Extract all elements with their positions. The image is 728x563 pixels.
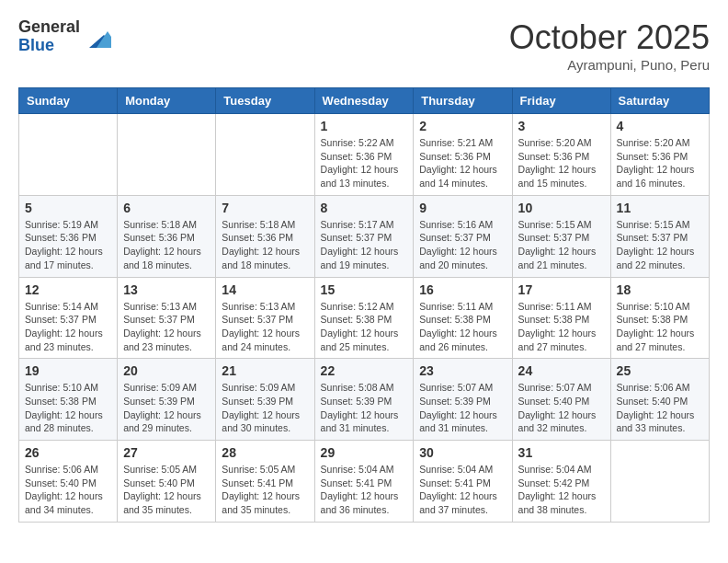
calendar-cell: 26Sunrise: 5:06 AMSunset: 5:40 PMDayligh… — [19, 441, 118, 523]
day-number: 7 — [222, 201, 308, 215]
day-info: Sunrise: 5:08 AMSunset: 5:39 PMDaylight:… — [321, 381, 408, 435]
calendar-cell — [19, 114, 118, 196]
day-number: 3 — [518, 119, 605, 133]
day-info: Sunrise: 5:22 AMSunset: 5:36 PMDaylight:… — [321, 136, 408, 190]
day-info: Sunrise: 5:05 AMSunset: 5:40 PMDaylight:… — [123, 463, 210, 517]
weekday-header: Wednesday — [314, 88, 414, 114]
weekday-header: Thursday — [414, 88, 512, 114]
calendar-cell: 14Sunrise: 5:13 AMSunset: 5:37 PMDayligh… — [216, 277, 314, 359]
calendar-cell: 1Sunrise: 5:22 AMSunset: 5:36 PMDaylight… — [314, 114, 414, 196]
day-info: Sunrise: 5:07 AMSunset: 5:39 PMDaylight:… — [419, 381, 506, 435]
calendar-cell: 3Sunrise: 5:20 AMSunset: 5:36 PMDaylight… — [512, 114, 610, 196]
logo-general: General — [18, 18, 80, 37]
day-info: Sunrise: 5:04 AMSunset: 5:42 PMDaylight:… — [518, 463, 605, 517]
day-number: 11 — [617, 201, 703, 215]
calendar-cell: 15Sunrise: 5:12 AMSunset: 5:38 PMDayligh… — [314, 277, 414, 359]
day-info: Sunrise: 5:11 AMSunset: 5:38 PMDaylight:… — [419, 300, 506, 354]
weekday-header: Sunday — [19, 88, 118, 114]
day-info: Sunrise: 5:10 AMSunset: 5:38 PMDaylight:… — [617, 300, 703, 354]
day-info: Sunrise: 5:04 AMSunset: 5:41 PMDaylight:… — [321, 463, 408, 517]
day-number: 23 — [419, 363, 506, 378]
calendar-cell: 6Sunrise: 5:18 AMSunset: 5:36 PMDaylight… — [118, 195, 216, 277]
calendar-cell: 17Sunrise: 5:11 AMSunset: 5:38 PMDayligh… — [512, 277, 610, 359]
day-info: Sunrise: 5:13 AMSunset: 5:37 PMDaylight:… — [222, 300, 308, 354]
calendar-cell: 19Sunrise: 5:10 AMSunset: 5:38 PMDayligh… — [19, 359, 118, 441]
day-info: Sunrise: 5:15 AMSunset: 5:37 PMDaylight:… — [518, 218, 605, 272]
calendar-cell: 5Sunrise: 5:19 AMSunset: 5:36 PMDaylight… — [19, 195, 118, 277]
day-info: Sunrise: 5:09 AMSunset: 5:39 PMDaylight:… — [222, 381, 308, 435]
calendar-header-row: SundayMondayTuesdayWednesdayThursdayFrid… — [19, 88, 710, 114]
calendar-cell: 22Sunrise: 5:08 AMSunset: 5:39 PMDayligh… — [314, 359, 414, 441]
day-info: Sunrise: 5:19 AMSunset: 5:36 PMDaylight:… — [25, 218, 111, 272]
calendar-cell: 4Sunrise: 5:20 AMSunset: 5:36 PMDaylight… — [610, 114, 709, 196]
calendar-cell: 23Sunrise: 5:07 AMSunset: 5:39 PMDayligh… — [414, 359, 512, 441]
weekday-header: Friday — [512, 88, 610, 114]
calendar-cell: 13Sunrise: 5:13 AMSunset: 5:37 PMDayligh… — [118, 277, 216, 359]
day-number: 5 — [25, 201, 111, 215]
day-number: 31 — [518, 445, 605, 460]
calendar-cell — [610, 441, 709, 523]
day-info: Sunrise: 5:17 AMSunset: 5:37 PMDaylight:… — [321, 218, 408, 272]
calendar-week-row: 12Sunrise: 5:14 AMSunset: 5:37 PMDayligh… — [19, 277, 710, 359]
day-number: 13 — [123, 282, 210, 297]
calendar-cell — [216, 114, 314, 196]
title-area: October 2025 Ayrampuni, Puno, Peru — [509, 18, 710, 73]
weekday-header: Monday — [118, 88, 216, 114]
calendar-cell: 11Sunrise: 5:15 AMSunset: 5:37 PMDayligh… — [610, 195, 709, 277]
day-info: Sunrise: 5:16 AMSunset: 5:37 PMDaylight:… — [419, 218, 506, 272]
day-info: Sunrise: 5:04 AMSunset: 5:41 PMDaylight:… — [419, 463, 506, 517]
day-number: 18 — [617, 282, 703, 297]
calendar-cell: 29Sunrise: 5:04 AMSunset: 5:41 PMDayligh… — [314, 441, 414, 523]
day-info: Sunrise: 5:18 AMSunset: 5:36 PMDaylight:… — [222, 218, 308, 272]
calendar-cell: 28Sunrise: 5:05 AMSunset: 5:41 PMDayligh… — [216, 441, 314, 523]
day-number: 30 — [419, 445, 506, 460]
calendar-cell: 16Sunrise: 5:11 AMSunset: 5:38 PMDayligh… — [414, 277, 512, 359]
weekday-header: Saturday — [610, 88, 709, 114]
day-number: 21 — [222, 363, 308, 378]
location-subtitle: Ayrampuni, Puno, Peru — [509, 57, 710, 73]
day-info: Sunrise: 5:20 AMSunset: 5:36 PMDaylight:… — [518, 136, 605, 190]
calendar-cell: 9Sunrise: 5:16 AMSunset: 5:37 PMDaylight… — [414, 195, 512, 277]
day-number: 2 — [419, 119, 506, 133]
day-number: 17 — [518, 282, 605, 297]
month-title: October 2025 — [509, 18, 710, 57]
calendar-week-row: 5Sunrise: 5:19 AMSunset: 5:36 PMDaylight… — [19, 195, 710, 277]
day-number: 27 — [123, 445, 210, 460]
day-info: Sunrise: 5:20 AMSunset: 5:36 PMDaylight:… — [617, 136, 703, 190]
day-number: 25 — [617, 363, 703, 378]
day-info: Sunrise: 5:07 AMSunset: 5:40 PMDaylight:… — [518, 381, 605, 435]
day-info: Sunrise: 5:09 AMSunset: 5:39 PMDaylight:… — [123, 381, 210, 435]
day-number: 29 — [321, 445, 408, 460]
calendar-cell: 30Sunrise: 5:04 AMSunset: 5:41 PMDayligh… — [414, 441, 512, 523]
day-number: 26 — [25, 445, 111, 460]
calendar-cell: 10Sunrise: 5:15 AMSunset: 5:37 PMDayligh… — [512, 195, 610, 277]
calendar-cell — [118, 114, 216, 196]
day-number: 9 — [419, 201, 506, 215]
day-info: Sunrise: 5:18 AMSunset: 5:36 PMDaylight:… — [123, 218, 210, 272]
day-info: Sunrise: 5:06 AMSunset: 5:40 PMDaylight:… — [617, 381, 703, 435]
day-info: Sunrise: 5:12 AMSunset: 5:38 PMDaylight:… — [321, 300, 408, 354]
day-info: Sunrise: 5:21 AMSunset: 5:36 PMDaylight:… — [419, 136, 506, 190]
day-number: 4 — [617, 119, 703, 133]
day-number: 15 — [321, 282, 408, 297]
calendar-cell: 25Sunrise: 5:06 AMSunset: 5:40 PMDayligh… — [610, 359, 709, 441]
day-number: 16 — [419, 282, 506, 297]
calendar-cell: 21Sunrise: 5:09 AMSunset: 5:39 PMDayligh… — [216, 359, 314, 441]
logo-icon — [82, 22, 111, 52]
day-info: Sunrise: 5:15 AMSunset: 5:37 PMDaylight:… — [617, 218, 703, 272]
calendar-week-row: 1Sunrise: 5:22 AMSunset: 5:36 PMDaylight… — [19, 114, 710, 196]
calendar-cell: 2Sunrise: 5:21 AMSunset: 5:36 PMDaylight… — [414, 114, 512, 196]
calendar-table: SundayMondayTuesdayWednesdayThursdayFrid… — [18, 87, 710, 523]
day-number: 10 — [518, 201, 605, 215]
day-info: Sunrise: 5:05 AMSunset: 5:41 PMDaylight:… — [222, 463, 308, 517]
calendar-week-row: 19Sunrise: 5:10 AMSunset: 5:38 PMDayligh… — [19, 359, 710, 441]
day-number: 14 — [222, 282, 308, 297]
day-number: 28 — [222, 445, 308, 460]
calendar-cell: 20Sunrise: 5:09 AMSunset: 5:39 PMDayligh… — [118, 359, 216, 441]
calendar-cell: 31Sunrise: 5:04 AMSunset: 5:42 PMDayligh… — [512, 441, 610, 523]
calendar-cell: 12Sunrise: 5:14 AMSunset: 5:37 PMDayligh… — [19, 277, 118, 359]
logo-blue: Blue — [18, 37, 80, 55]
logo: General Blue — [18, 18, 111, 55]
day-info: Sunrise: 5:10 AMSunset: 5:38 PMDaylight:… — [25, 381, 111, 435]
day-number: 20 — [123, 363, 210, 378]
